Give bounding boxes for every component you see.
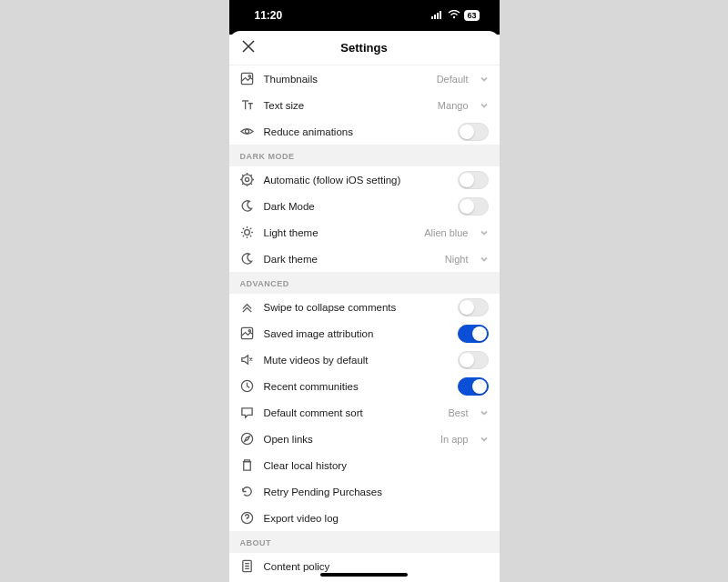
row-open-links[interactable]: Open links In app (229, 426, 500, 452)
row-label: Reduce animations (264, 126, 449, 137)
row-label: Default comment sort (264, 407, 440, 418)
svg-point-10 (245, 230, 250, 236)
svg-rect-2 (437, 13, 439, 19)
refresh-icon (240, 485, 255, 499)
row-label: Content policy (264, 561, 489, 572)
row-text-size[interactable]: Text size Mango (229, 92, 500, 118)
svg-point-6 (248, 75, 250, 77)
row-label: Dark Mode (264, 201, 449, 212)
moon-icon (240, 252, 255, 266)
svg-point-7 (245, 129, 248, 133)
toggle-reduce-animations[interactable] (458, 123, 489, 141)
chevron-down-icon (480, 408, 489, 417)
eye-icon (240, 125, 255, 139)
row-label: Open links (264, 434, 431, 445)
toggle-saved-attribution[interactable] (458, 325, 489, 343)
row-label: Recent communities (264, 381, 449, 392)
row-reduce-animations[interactable]: Reduce animations (229, 118, 500, 145)
svg-line-15 (243, 228, 244, 229)
row-value: Night (445, 254, 469, 265)
image-icon (240, 72, 255, 86)
image-icon (240, 326, 255, 341)
row-dark-theme[interactable]: Dark theme Night (229, 246, 500, 272)
svg-line-16 (250, 236, 251, 236)
row-label: Retry Pending Purchases (264, 487, 489, 497)
phone-frame: 11:20 63 Settings Thumbnails Default Tex… (229, 0, 500, 582)
status-right: 63 (431, 9, 479, 22)
row-value: Alien blue (424, 227, 468, 238)
status-time: 11:20 (255, 9, 283, 22)
row-label: Swipe to collapse comments (264, 302, 449, 313)
row-dark-mode[interactable]: Dark Mode (229, 193, 500, 219)
svg-point-20 (248, 330, 250, 332)
page-title: Settings (229, 41, 500, 55)
collapse-icon (240, 300, 255, 315)
text-size-icon (240, 98, 255, 113)
status-bar: 11:20 63 (229, 0, 500, 35)
section-advanced: ADVANCED (229, 272, 500, 294)
row-label: Clear local history (264, 460, 489, 471)
gear-icon (240, 173, 255, 187)
wifi-icon (448, 9, 460, 22)
clock-icon (240, 379, 255, 394)
close-button[interactable] (240, 38, 257, 58)
svg-rect-1 (434, 15, 436, 19)
row-default-sort[interactable]: Default comment sort Best (229, 399, 500, 426)
row-label: Dark theme (264, 254, 436, 265)
mute-icon (240, 353, 255, 367)
row-swipe-collapse[interactable]: Swipe to collapse comments (229, 294, 500, 320)
row-mute-default[interactable]: Mute videos by default (229, 346, 500, 373)
document-icon (240, 559, 255, 574)
row-label: Automatic (follow iOS setting) (264, 175, 449, 186)
trash-icon (240, 458, 255, 473)
toggle-auto-ios[interactable] (458, 171, 489, 189)
toggle-swipe-collapse[interactable] (458, 298, 489, 316)
row-light-theme[interactable]: Light theme Alien blue (229, 219, 500, 246)
row-thumbnails[interactable]: Thumbnails Default (229, 65, 500, 92)
row-export-video[interactable]: Export video log (229, 505, 500, 531)
row-auto-ios[interactable]: Automatic (follow iOS setting) (229, 166, 500, 193)
row-label: Export video log (264, 513, 489, 524)
chevron-down-icon (480, 75, 489, 84)
chevron-down-icon (480, 228, 489, 237)
toggle-recent-communities[interactable] (458, 377, 489, 396)
row-clear-history[interactable]: Clear local history (229, 452, 500, 478)
row-label: Text size (264, 100, 429, 111)
moon-icon (240, 199, 255, 214)
toggle-dark-mode[interactable] (458, 197, 489, 216)
row-value: Default (437, 74, 469, 85)
battery-indicator: 63 (464, 10, 479, 21)
row-label: Thumbnails (264, 74, 428, 85)
row-value: Best (448, 407, 468, 418)
chevron-down-icon (480, 255, 489, 264)
row-label: Saved image attribution (264, 328, 449, 339)
svg-rect-0 (431, 16, 433, 19)
row-label: Light theme (264, 227, 416, 238)
nav-header: Settings (229, 31, 500, 65)
sun-icon (240, 226, 255, 240)
row-retry-purchases[interactable]: Retry Pending Purchases (229, 478, 500, 505)
svg-point-8 (245, 177, 248, 181)
help-icon (240, 511, 255, 526)
toggle-mute-default[interactable] (458, 351, 489, 369)
comment-icon (240, 406, 255, 420)
section-about: ABOUT (229, 531, 500, 553)
signal-icon (431, 9, 444, 22)
chevron-down-icon (480, 101, 489, 110)
row-label: Mute videos by default (264, 355, 449, 366)
settings-list: Thumbnails Default Text size Mango Reduc… (229, 65, 500, 582)
section-dark-mode: DARK MODE (229, 145, 500, 166)
svg-point-9 (242, 175, 252, 185)
chevron-down-icon (480, 435, 489, 444)
compass-icon (240, 432, 255, 447)
row-saved-attribution[interactable]: Saved image attribution (229, 320, 500, 346)
row-value: Mango (438, 100, 469, 111)
row-value: In app (440, 434, 469, 445)
svg-line-17 (250, 228, 251, 229)
svg-point-4 (453, 16, 455, 18)
svg-rect-3 (440, 11, 441, 19)
svg-line-18 (243, 236, 244, 236)
row-recent-communities[interactable]: Recent communities (229, 373, 500, 399)
home-indicator (320, 573, 408, 577)
